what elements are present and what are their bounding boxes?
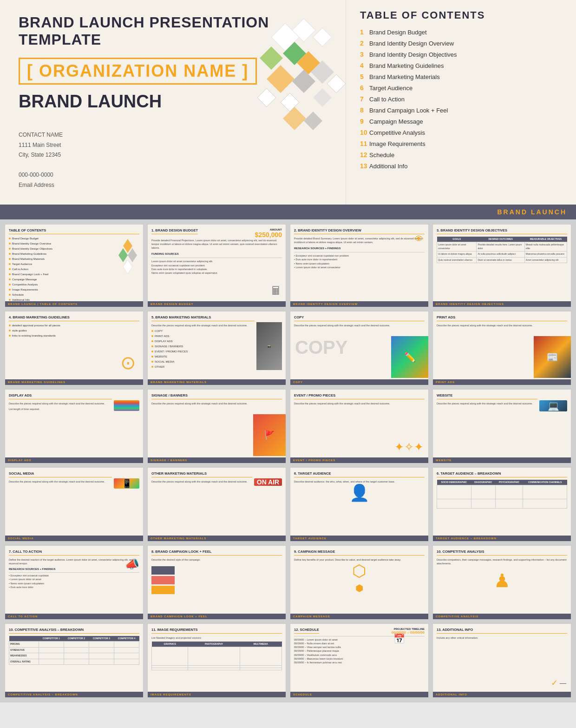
slide-message-body: Define key benefits of your product. Des…: [294, 558, 425, 562]
slide-event-title: EVENT / PROMO PIECES: [294, 393, 425, 399]
slide-breakdown-footer: TARGET AUDIENCE – BREAKDOWN: [433, 536, 571, 541]
slide-comp-breakdown-body: COMPETITOR 1 COMPETITOR 2 COMPETITOR 3 C…: [9, 636, 139, 665]
slide-target-audience: 6. TARGET AUDIENCE Describe desired audi…: [290, 467, 429, 542]
toc-item-4: 4Brand Marketing Guidelines: [360, 62, 562, 69]
slide-competitive-title: 10. COMPETITIVE ANALYSIS: [437, 549, 567, 556]
slide-brand-campaign: 8. BRAND CAMPAIGN LOOK + FEEL Describe t…: [147, 545, 286, 620]
slide-message-footer: CAMPAIGN MESSAGE: [290, 614, 428, 619]
slide-overview-footer: BRAND IDENTITY DESIGN OVERVIEW: [290, 301, 428, 307]
toc-item-5: 5Brand Marketing Materials: [360, 73, 562, 80]
slide-signage-footer: SIGNAGE / BANNERS: [148, 457, 286, 463]
slide-overview-body: Provide detailed Brand Summary. Lorem ip…: [294, 237, 425, 270]
slide-print-ads: PRINT ADS Describe the pieces required a…: [432, 311, 571, 385]
slide-call-to-action: 7. CALL TO ACTION Define the desired rea…: [5, 545, 144, 620]
toc-item-6: 6Target Audience: [360, 84, 562, 92]
slide-competitive: 10. COMPETITIVE ANALYSIS Describe compet…: [432, 545, 571, 620]
slide-guidelines-body: detailed approval process for all pieces…: [9, 324, 139, 338]
slide-cta-title: 7. CALL TO ACTION: [9, 549, 139, 556]
slide-guidelines: 4. BRAND MARKETING GUIDELINES detailed a…: [5, 311, 144, 385]
slide-image-body: GRAPHICS PHOTOGRAPHY MULTIMEDIA: [151, 642, 282, 671]
slide-target-footer: TARGET AUDIENCE: [290, 536, 428, 541]
slide-message-title: 9. CAMPAIGN MESSAGE: [294, 549, 425, 556]
slide-competitive-body: Describe competitors, their campaign mes…: [437, 558, 567, 566]
slide-materials-body: Describe the pieces required along with …: [151, 324, 255, 369]
slide-materials: 5. BRAND MARKETING MATERIALS Describe th…: [147, 311, 286, 385]
slide-image-subtitle: List Needed Imagery and projected source…: [151, 636, 282, 640]
slide-website-footer: WEBSITE: [433, 457, 571, 463]
toc-item-10: 10Competitive Analysis: [360, 129, 562, 136]
toc-item-9: 9Campaign Message: [360, 118, 562, 125]
slide-other-marketing: OTHER MARKETING MATERIALS Describe the p…: [147, 467, 286, 542]
slide-event-body: Describe the pieces required along with …: [294, 402, 425, 405]
slide-comp-breakdown-title: 10. COMPETITIVE ANALYSIS – BREAKDOWN: [9, 628, 139, 634]
contact-email: Email Address: [19, 180, 327, 191]
toc-item-11: 11Image Requirements: [360, 140, 562, 147]
slide-toc-title: TABLE OF CONTENTS: [9, 228, 139, 234]
slide-other-title: OTHER MARKETING MATERIALS: [151, 471, 252, 477]
slide-breakdown-body: SOCIO DEMOGRAPHIC DAGOGRAPHIC PSYCHOGRAP…: [437, 480, 567, 509]
slide-breakdown-title: 6. TARGET AUDIENCE – BREAKDOWN: [437, 471, 567, 477]
toc-item-2: 2Brand Identity Design Overview: [360, 40, 562, 47]
toc-item-3: 3Brand Identity Design Objectives: [360, 51, 562, 58]
slide-display-body: Describe the pieces required along with …: [9, 402, 112, 411]
toc-item-12: 12Schedule: [360, 151, 562, 159]
slide-other-body: Describe the pieces required along with …: [151, 480, 252, 483]
slide-target-breakdown: 6. TARGET AUDIENCE – BREAKDOWN SOCIO DEM…: [432, 467, 571, 542]
slide-schedule-footer: SCHEDULE: [290, 692, 428, 697]
slide-objectives: 3. BRAND IDENTITY DESIGN OBJECTIVES GOAL…: [432, 224, 571, 307]
slide-cta-footer: CALL TO ACTION: [5, 614, 143, 619]
svg-marker-9: [257, 88, 276, 107]
slide-objectives-body: GOALS DESIRED OUTCOMES MEASURABLE OBJECT…: [437, 237, 567, 264]
slide-website-title: WEBSITE: [437, 393, 537, 399]
svg-marker-12: [327, 74, 346, 93]
slide-image-footer: IMAGE REQUIREMENTS: [148, 692, 286, 697]
slide-objectives-footer: BRAND IDENTITY DESIGN OBJECTIVES: [433, 301, 571, 307]
slide-competitive-footer: COMPETITIVE ANALYSIS: [433, 614, 571, 619]
slide-print-body: Describe the pieces required along with …: [437, 324, 567, 327]
slide-campaign-title: 8. BRAND CAMPAIGN LOOK + FEEL: [151, 549, 282, 556]
toc-item-8: 8Brand Campaign Look + Feel: [360, 106, 562, 114]
slides-grid: TABLE OF CONTENTS Brand Design Budget Br…: [0, 219, 576, 702]
slide-event-footer: EVENT / PROMO PIECES: [290, 457, 428, 463]
svg-marker-14: [304, 112, 322, 130]
slide-display-footer: DISPLAY ADS: [5, 457, 143, 463]
slide-campaign-body: Describe the desired style of the campai…: [151, 558, 282, 562]
slide-campaign-footer: BRAND CAMPAIGN LOOK + FEEL: [148, 614, 286, 619]
hero-diamonds: [229, 14, 360, 144]
slide-cta-body: Define the desired reaction of the targe…: [9, 558, 139, 589]
svg-marker-18: [123, 260, 132, 274]
svg-marker-13: [283, 107, 306, 130]
toc-list: 1Brand Design Budget2Brand Identity Desi…: [360, 28, 562, 170]
slide-image-req: 11. IMAGE REQUIREMENTS List Needed Image…: [147, 623, 286, 698]
slide-overview: 2. BRAND IDENTITY DESIGN OVERVIEW Provid…: [290, 224, 429, 307]
slide-campaign-message: 9. CAMPAIGN MESSAGE Define key benefits …: [290, 545, 429, 620]
svg-marker-11: [313, 88, 332, 107]
toc-item-13: 13Additional Info: [360, 162, 562, 170]
slide-additional-title: 13. ADDITIONAL INFO: [437, 628, 567, 634]
contact-address2: City, State 12345: [19, 150, 327, 160]
slide-overview-title: 2. BRAND IDENTITY DESIGN OVERVIEW: [294, 228, 425, 234]
slide-budget: 1. BRAND DESIGN BUDGET AMOUNT $250,000 P…: [147, 224, 286, 307]
slide-display-ads: DISPLAY ADS Describe the pieces required…: [5, 389, 144, 463]
hero-org-name: [ ORGANIZATION NAME ]: [19, 58, 257, 85]
slide-print-title: PRINT ADS: [437, 315, 567, 321]
slide-social-media: SOCIAL MEDIA Describe the pieces require…: [5, 467, 144, 542]
slide-image-title: 11. IMAGE REQUIREMENTS: [151, 628, 282, 634]
hero-right: TABLE OF CONTENTS 1Brand Design Budget2B…: [346, 0, 576, 205]
slide-copy-footer: COPY: [290, 379, 428, 385]
slide-budget-title: 1. BRAND DESIGN BUDGET: [151, 228, 198, 234]
slide-signage: SIGNAGE / BANNERS Describe the pieces re…: [147, 389, 286, 463]
slide-toc-footer: BRAND LAUNCH | TABLE OF CONTENTS: [5, 301, 143, 307]
slide-website-body: Describe the pieces required along with …: [437, 402, 537, 405]
slide-competitive-breakdown: 10. COMPETITIVE ANALYSIS – BREAKDOWN COM…: [5, 623, 144, 698]
brand-bar: BRAND LAUNCH: [0, 205, 576, 219]
slide-guidelines-title: 4. BRAND MARKETING GUIDELINES: [9, 315, 139, 321]
slide-copy-body: Describe the pieces required along with …: [294, 324, 425, 327]
slide-schedule: 12. SCHEDULE PROJECTED TIMELINE 00/00/00…: [290, 623, 429, 698]
slide-social-footer: SOCIAL MEDIA: [5, 536, 143, 541]
slide-target-title: 6. TARGET AUDIENCE: [294, 471, 425, 477]
slide-budget-footer: BRAND DESIGN BUDGET: [148, 301, 286, 307]
slide-copy: COPY Describe the pieces required along …: [290, 311, 429, 385]
slide-display-title: DISPLAY ADS: [9, 393, 112, 399]
slide-objectives-title: 3. BRAND IDENTITY DESIGN OBJECTIVES: [437, 228, 567, 234]
